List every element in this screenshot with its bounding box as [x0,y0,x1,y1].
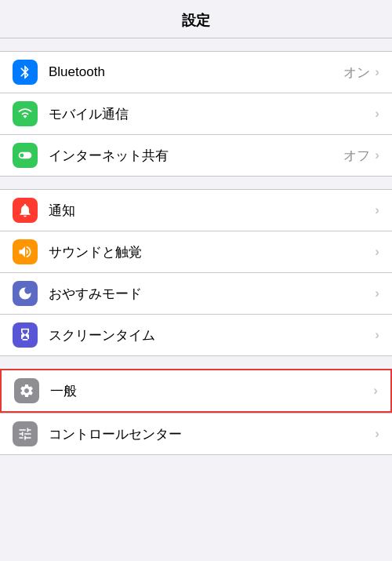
donotdisturb-label: おやすみモード [49,285,375,303]
screentime-icon [13,322,38,348]
sound-chevron: › [375,244,379,260]
list-item[interactable]: スクリーンタイム › [0,315,392,355]
controlcenter-value-wrapper: › [375,426,379,442]
donotdisturb-chevron: › [375,286,379,301]
notifications-label: 通知 [49,202,375,220]
bluetooth-icon [13,60,38,85]
bluetooth-chevron: › [375,64,379,80]
list-item[interactable]: おやすみモード › [0,273,392,315]
mobile-chevron: › [375,106,379,122]
hotspot-value-wrapper: オフ › [343,147,379,165]
notifications-value-wrapper: › [375,202,379,218]
section-connectivity: Bluetooth オン › モバイル通信 › インターネット共有 オフ › [0,51,392,177]
screentime-chevron: › [375,327,379,343]
mobile-label: モバイル通信 [49,105,375,123]
list-item[interactable]: 通知 › [0,190,392,231]
header: 設定 [0,0,392,38]
notifications-chevron: › [375,202,379,218]
general-label: 一般 [50,382,373,400]
general-icon [14,378,39,403]
sound-value-wrapper: › [375,244,379,260]
list-item[interactable]: 一般 › [0,370,392,411]
page-title: 設定 [182,13,210,28]
section-controlcenter: コントロールセンター › [0,413,392,455]
list-item[interactable]: Bluetooth オン › [0,52,392,93]
list-item[interactable]: コントロールセンター › [0,413,392,454]
hotspot-label: インターネット共有 [49,147,343,165]
general-chevron: › [373,383,378,399]
hotspot-chevron: › [375,148,379,163]
general-value-wrapper: › [373,383,378,399]
list-item[interactable]: インターネット共有 オフ › [0,135,392,176]
notifications-icon [13,198,38,223]
list-item[interactable]: サウンドと触覚 › [0,231,392,273]
controlcenter-label: コントロールセンター [49,425,375,443]
screentime-label: スクリーンタイム [49,326,375,344]
bluetooth-label: Bluetooth [49,64,343,80]
hotspot-value: オフ [343,147,370,165]
controlcenter-chevron: › [375,426,379,442]
controlcenter-icon [13,421,38,446]
screentime-value-wrapper: › [375,327,379,343]
mobile-value-wrapper: › [375,106,379,122]
section-notifications: 通知 › サウンドと触覚 › おやすみモード › [0,189,392,356]
section-general: 一般 › [0,369,392,413]
mobile-icon [13,101,38,126]
bluetooth-value-wrapper: オン › [343,64,379,82]
donotdisturb-value-wrapper: › [375,286,379,301]
donotdisturb-icon [13,281,38,306]
sound-icon [13,239,38,264]
sound-label: サウンドと触覚 [49,243,375,261]
bluetooth-value: オン [343,64,370,82]
list-item[interactable]: モバイル通信 › [0,93,392,135]
hotspot-icon [13,143,38,168]
